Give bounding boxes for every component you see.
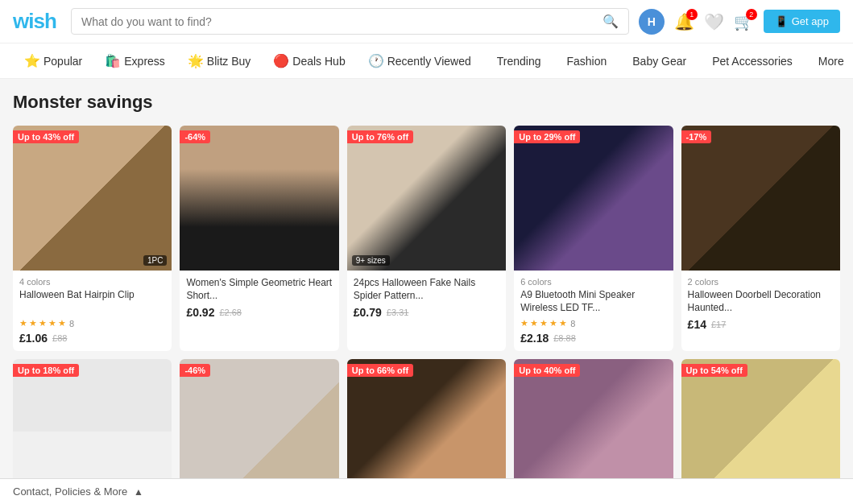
nav-item-deals-hub[interactable]: 🔴 Deals Hub (262, 50, 356, 72)
color-count: 6 colors (520, 277, 666, 287)
corner-badge: 1PC (143, 255, 167, 266)
price-original: £88 (52, 333, 67, 343)
color-count: 2 colors (688, 277, 834, 287)
main-nav: ⭐ Popular 🛍️ Express 🌟 Blitz Buy 🔴 Deals… (0, 43, 853, 79)
product-info: 4 colors Halloween Bat Hairpin Clip ★★★★… (13, 271, 172, 351)
product-name: Women's Simple Geometric Heart Short... (186, 277, 332, 303)
star-icon: ★ (29, 318, 37, 328)
header-actions: H 🔔 1 🤍 🛒 2 📱 Get app (639, 9, 840, 35)
price-original: £2.68 (219, 308, 242, 317)
product-card-heart-necklace[interactable]: -64% Women's Simple Geometric Heart Shor… (180, 126, 338, 351)
price-row: £14 £17 (688, 318, 834, 331)
star-icon: ★ (58, 318, 66, 328)
product-name: Halloween Bat Hairpin Clip (19, 289, 165, 315)
nav-item-fashion[interactable]: Fashion (552, 52, 618, 71)
search-button[interactable]: 🔍 (602, 14, 619, 29)
express-icon: 🛍️ (105, 53, 121, 68)
nav-item-trending[interactable]: Trending (482, 52, 553, 71)
size-badge: 9+ sizes (352, 255, 390, 266)
nav-label-deals-hub: Deals Hub (292, 55, 345, 68)
nav-item-popular[interactable]: ⭐ Popular (13, 50, 93, 72)
star-icon: ★ (559, 318, 567, 328)
price-row: £0.79 £3.31 (354, 306, 499, 319)
review-count: 8 (570, 319, 575, 328)
search-icon: 🔍 (602, 14, 619, 28)
footer-link[interactable]: Contact, Policies & More ▲ (13, 485, 143, 498)
product-image: -17% (681, 126, 840, 271)
price-current: £1.06 (19, 332, 48, 345)
discount-badge: -64% (180, 130, 210, 143)
discount-badge: Up to 43% off (13, 130, 79, 143)
star-rating: ★★★★★ 8 (520, 318, 666, 328)
phone-icon: 📱 (775, 15, 788, 27)
search-bar: 🔍 (71, 8, 629, 35)
star-rating: ★★★★★ 8 (19, 318, 165, 328)
price-current: £14 (688, 318, 706, 331)
nav-label-recently-viewed: Recently Viewed (387, 55, 471, 68)
header: wish 🔍 H 🔔 1 🤍 🛒 2 📱 Get app (0, 0, 853, 43)
nav-label-blitz-buy: Blitz Buy (207, 55, 251, 68)
product-name: Halloween Doorbell Decoration Haunted... (688, 289, 834, 315)
discount-badge: Up to 66% off (347, 364, 413, 377)
nav-label-pet-accessories: Pet Accessories (712, 55, 793, 68)
product-card-halloween-doorbell[interactable]: -17% 2 colors Halloween Doorbell Decorat… (681, 126, 840, 351)
product-image: Up to 43% off 1PC (13, 126, 172, 271)
nav-item-more[interactable]: More (804, 52, 853, 71)
star-icon: ★ (48, 318, 56, 328)
star-icon: ★ (520, 318, 528, 328)
product-card-bluetooth-speaker[interactable]: Up to 29% off 6 colors A9 Bluetooth Mini… (514, 126, 673, 351)
search-input[interactable] (81, 15, 602, 28)
nav-label-trending: Trending (497, 55, 541, 68)
wish-logo[interactable]: wish (13, 9, 61, 34)
nav-item-blitz-buy[interactable]: 🌟 Blitz Buy (176, 50, 262, 72)
star-icon: ★ (549, 318, 557, 328)
nav-item-recently-viewed[interactable]: 🕐 Recently Viewed (357, 50, 482, 72)
product-name: A9 Bluetooth Mini Speaker Wireless LED T… (520, 289, 666, 315)
nav-item-pet-accessories[interactable]: Pet Accessories (698, 52, 804, 71)
nav-label-more: More (818, 55, 844, 68)
review-count: 8 (69, 319, 74, 328)
product-grid-row1: Up to 43% off 1PC 4 colors Halloween Bat… (13, 126, 840, 351)
get-app-button[interactable]: 📱 Get app (764, 10, 840, 33)
star-icon: ★ (39, 318, 47, 328)
discount-badge: Up to 54% off (681, 364, 747, 377)
price-row: £2.18 £8.88 (520, 332, 666, 345)
product-image: Up to 29% off (514, 126, 673, 271)
main-content: Monster savings Up to 43% off 1PC 4 colo… (0, 79, 853, 504)
nav-item-express[interactable]: 🛍️ Express (93, 50, 176, 72)
wishlist-button[interactable]: 🤍 (704, 12, 724, 31)
nav-label-fashion: Fashion (566, 55, 607, 68)
heart-icon: 🤍 (704, 13, 724, 31)
price-current: £2.18 (520, 332, 549, 345)
product-name: 24pcs Halloween Fake Nails Spider Patter… (354, 277, 499, 303)
price-original: £17 (711, 320, 726, 329)
popular-icon: ⭐ (24, 53, 40, 68)
notification-badge: 1 (686, 9, 698, 20)
notifications-button[interactable]: 🔔 1 (674, 12, 694, 31)
chevron-up-icon: ▲ (134, 486, 143, 498)
product-card-fake-nails[interactable]: Up to 76% off 9+ sizes 24pcs Halloween F… (347, 126, 506, 351)
product-card-bat-hairpin[interactable]: Up to 43% off 1PC 4 colors Halloween Bat… (13, 126, 172, 351)
product-image: -64% (180, 126, 338, 271)
deals-hub-icon: 🔴 (273, 53, 289, 68)
nav-label-express: Express (124, 55, 165, 68)
user-avatar[interactable]: H (639, 9, 665, 35)
price-row: £0.92 £2.68 (186, 306, 332, 319)
color-count: 4 colors (19, 277, 165, 287)
recently-viewed-icon: 🕐 (368, 53, 384, 68)
footer-bar: Contact, Policies & More ▲ (0, 478, 853, 504)
product-info: 6 colors A9 Bluetooth Mini Speaker Wirel… (514, 271, 673, 351)
discount-badge: Up to 76% off (347, 130, 413, 143)
star-icon: ★ (19, 318, 27, 328)
star-icon: ★ (540, 318, 548, 328)
product-image: Up to 76% off 9+ sizes (347, 126, 506, 271)
nav-label-baby-gear: Baby Gear (632, 55, 686, 68)
discount-badge: Up to 18% off (13, 364, 79, 377)
product-info: Women's Simple Geometric Heart Short... … (180, 271, 338, 325)
price-current: £0.79 (354, 306, 382, 319)
discount-badge: -46% (180, 364, 210, 377)
cart-button[interactable]: 🛒 2 (734, 12, 754, 31)
price-original: £3.31 (387, 308, 409, 317)
nav-item-baby-gear[interactable]: Baby Gear (618, 52, 698, 71)
price-original: £8.88 (553, 333, 576, 343)
